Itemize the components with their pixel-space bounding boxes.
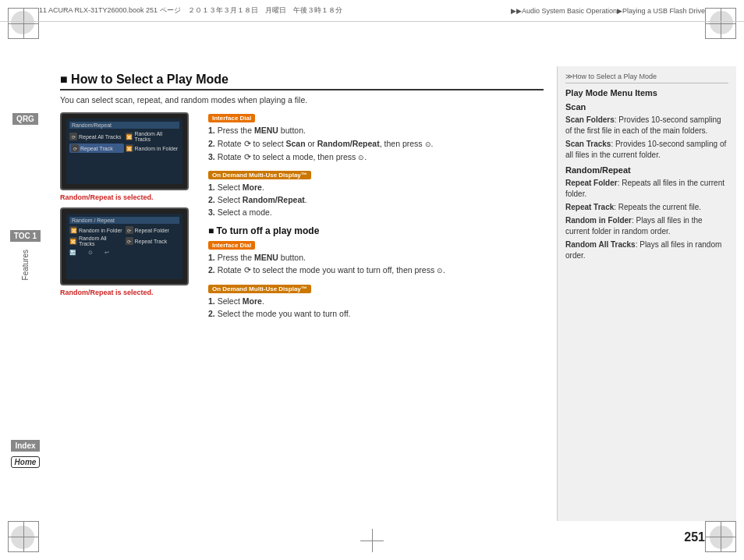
screen2-selected: Random/Repeat is selected.: [60, 289, 197, 296]
screen-item-1-3: ⟳ Repeat Track: [69, 144, 124, 153]
screen-icon-2-4: ⟳: [126, 237, 133, 245]
screen-icon-2-2: ⟳: [126, 226, 133, 234]
screen-icon-2: 🔀: [126, 133, 133, 140]
screen2-bottom: 🔙 ⊙ ↩: [69, 250, 179, 256]
press-icon-3: ⊙: [437, 266, 443, 277]
screen-inner-1: Random/Repeat ⟳ Repeat All Tracks 🔀 Rand…: [66, 119, 182, 184]
step-od-1: 1. Select More.: [208, 182, 544, 194]
screen-mockup-2: Random / Repeat 🔀 Random in Folder ⟳ Rep…: [60, 207, 189, 285]
press-icon-1: ⊙: [425, 140, 431, 151]
qrg-badge[interactable]: QRG: [12, 113, 38, 125]
step-dial-1: 1. Press the MENU button.: [208, 125, 544, 137]
left-sidebar: QRG TOC 1 Features Index Home: [0, 66, 51, 521]
interface-dial-badge-2: Interface Dial: [208, 241, 255, 250]
step-tod-2: 2. Select the mode you want to turn off.: [208, 308, 544, 321]
screen-inner-2: Random / Repeat 🔀 Random in Folder ⟳ Rep…: [66, 214, 182, 279]
screen-grid-1: ⟳ Repeat All Tracks 🔀 Random All Tracks …: [69, 131, 179, 153]
main-content: How to Select a Play Mode You can select…: [51, 66, 553, 521]
right-panel-repeat-folder: Repeat Folder: Repeats all files in the …: [565, 178, 728, 200]
screen-item-2-3: 🔀 Random All Tracks: [69, 236, 124, 246]
right-panel-scan-tracks: Scan Tracks: Provides 10-second sampling…: [565, 139, 728, 161]
breadcrumb: ▶▶Audio System Basic Operation▶Playing a…: [511, 7, 705, 15]
step-td-1: 1. Press the MENU button.: [208, 252, 544, 264]
col-instructions: Interface Dial 1. Press the MENU button.…: [208, 112, 544, 327]
step-td-2: 2. Rotate ⟳ to select the mode you want …: [208, 264, 544, 277]
index-badge[interactable]: Index: [11, 440, 39, 452]
screen-item-2-2: ⟳ Repeat Folder: [126, 226, 180, 234]
features-label: Features: [21, 250, 30, 280]
screen-title-1: Random/Repeat: [72, 122, 112, 128]
steps-turnoff-dial: 1. Press the MENU button. 2. Rotate ⟳ to…: [208, 252, 544, 278]
right-panel-repeat-track: Repeat Track: Repeats the current file.: [565, 202, 728, 213]
press-icon-2: ⊙: [358, 153, 364, 164]
page-number: 251: [684, 530, 705, 544]
screen-item-2-1: 🔀 Random in Folder: [69, 226, 124, 234]
screen-title-bar-2: Random / Repeat: [69, 217, 179, 224]
main-two-col: Random/Repeat ⟳ Repeat All Tracks 🔀 Rand…: [60, 112, 544, 327]
screen-icon-2-3: 🔀: [69, 237, 77, 245]
screen-item-1-1: ⟳ Repeat All Tracks: [69, 131, 124, 142]
steps-ondemand: 1. Select More. 2. Select Random/Repeat.…: [208, 182, 544, 218]
screen-item-1-2: 🔀 Random All Tracks: [126, 131, 180, 142]
screen2-bottom-icon3: ↩: [105, 250, 109, 256]
crosshair-bottom: [360, 529, 384, 552]
right-panel-scan-folders: Scan Folders: Provides 10-second samplin…: [565, 115, 728, 136]
steps-turnoff-od: 1. Select More. 2. Select the mode you w…: [208, 296, 544, 321]
rotate-icon-3: ⟳: [244, 264, 251, 277]
page-title: How to Select a Play Mode: [60, 73, 544, 90]
right-panel-heading3: Random/Repeat: [565, 165, 728, 175]
right-panel-random-folder: Random in Folder: Plays all files in the…: [565, 215, 728, 237]
intro-text: You can select scan, repeat, and random …: [60, 95, 544, 105]
step-dial-2: 2. Rotate ⟳ to select Scan or Random/Rep…: [208, 137, 544, 151]
screen-title-bar-1: Random/Repeat: [69, 122, 179, 129]
crosshair-br: [705, 521, 736, 552]
right-panel-nav-title: ≫How to Select a Play Mode: [565, 73, 728, 83]
right-panel-random-all: Random All Tracks: Plays all files in ra…: [565, 239, 728, 261]
on-demand-badge-2: On Demand Multi-Use Display™: [208, 285, 311, 293]
home-badge[interactable]: Home: [11, 456, 41, 468]
screen-icon-2-1: 🔀: [69, 226, 77, 234]
steps-dial: 1. Press the MENU button. 2. Rotate ⟳ to…: [208, 125, 544, 163]
screen-item-2-4: ⟳ Repeat Track: [126, 236, 180, 246]
step-tod-1: 1. Select More.: [208, 296, 544, 308]
screen-grid-2: 🔀 Random in Folder ⟳ Repeat Folder 🔀 Ran…: [69, 226, 179, 246]
step-od-3: 3. Select a mode.: [208, 207, 544, 219]
on-demand-badge-1: On Demand Multi-Use Display™: [208, 171, 311, 179]
screen-icon-4: 🔀: [126, 144, 133, 152]
right-panel: ≫How to Select a Play Mode Play Mode Men…: [557, 66, 736, 521]
step-dial-3: 3. Rotate ⟳ to select a mode, then press…: [208, 151, 544, 164]
right-panel-heading1: Play Mode Menu Items: [565, 88, 728, 97]
interface-dial-badge-1: Interface Dial: [208, 114, 255, 122]
step-od-2: 2. Select Random/Repeat.: [208, 194, 544, 207]
screen-icon-1: ⟳: [69, 133, 77, 140]
screen1-selected: Random/Repeat is selected.: [60, 193, 197, 201]
toc-badge[interactable]: TOC 1: [10, 230, 41, 242]
section-subtitle-turnoff: To turn off a play mode: [208, 225, 544, 236]
col-screens: Random/Repeat ⟳ Repeat All Tracks 🔀 Rand…: [60, 112, 197, 327]
file-info: 11 ACURA RLX-31TY26000.book 251 ページ ２０１３…: [39, 5, 342, 16]
screen2-bottom-icon1: 🔙: [69, 250, 76, 256]
crosshair-bl: [8, 521, 39, 552]
rotate-icon-1: ⟳: [244, 137, 251, 151]
screen-item-1-4: 🔀 Random in Folder: [126, 144, 180, 153]
screen-title-2: Random / Repeat: [72, 218, 115, 223]
right-panel-heading2: Scan: [565, 102, 728, 112]
screen-mockup-1: Random/Repeat ⟳ Repeat All Tracks 🔀 Rand…: [60, 112, 189, 190]
top-header: 11 ACURA RLX-31TY26000.book 251 ページ ２０１３…: [0, 0, 744, 22]
screen2-bottom-icon2: ⊙: [88, 250, 93, 256]
screen-icon-3: ⟳: [71, 144, 79, 152]
rotate-icon-2: ⟳: [244, 151, 251, 164]
